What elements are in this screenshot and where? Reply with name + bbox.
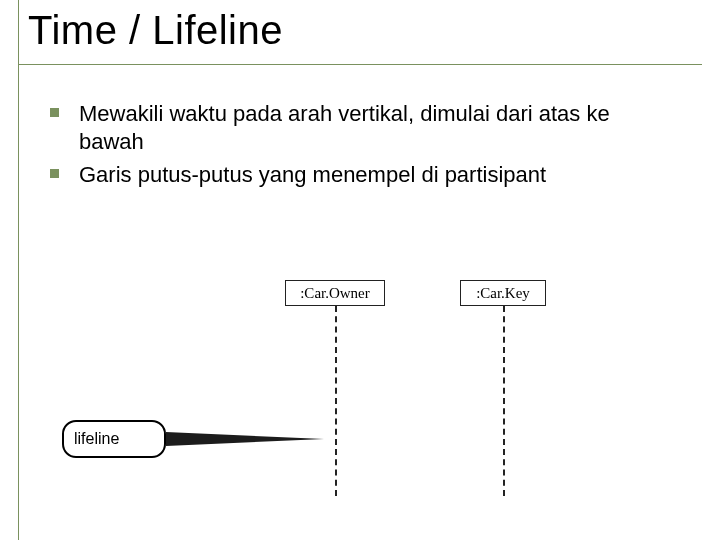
slide: Time / Lifeline Mewakili waktu pada arah… (0, 0, 720, 540)
lifeline-dashed-line (503, 306, 505, 496)
participant-box: :Car.Owner (285, 280, 385, 306)
bullet-icon (50, 108, 59, 117)
bullet-list: Mewakili waktu pada arah vertikal, dimul… (50, 100, 670, 195)
lifeline-callout-label: lifeline (62, 420, 166, 458)
slide-title: Time / Lifeline (28, 8, 283, 53)
sequence-diagram: :Car.Owner :Car.Key (0, 280, 720, 520)
bullet-text: Mewakili waktu pada arah vertikal, dimul… (79, 100, 670, 155)
title-underline (18, 64, 702, 65)
bullet-icon (50, 169, 59, 178)
list-item: Mewakili waktu pada arah vertikal, dimul… (50, 100, 670, 155)
bullet-text: Garis putus-putus yang menempel di parti… (79, 161, 546, 189)
svg-marker-0 (166, 432, 324, 446)
lifeline-dashed-line (335, 306, 337, 496)
participant-box: :Car.Key (460, 280, 546, 306)
list-item: Garis putus-putus yang menempel di parti… (50, 161, 670, 189)
